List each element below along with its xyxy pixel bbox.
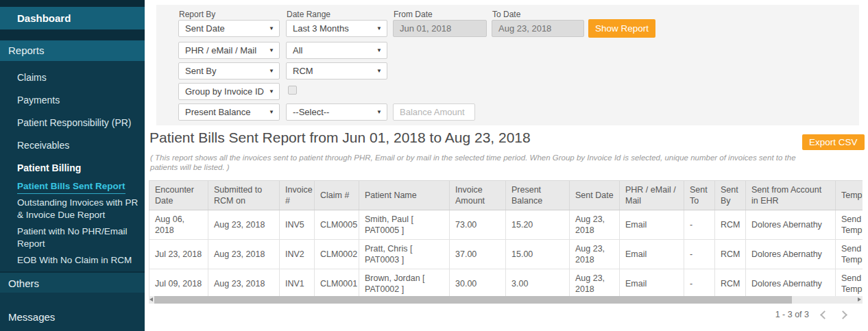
table-cell: CLM0002 xyxy=(315,240,359,269)
table-cell: 15.00 xyxy=(506,240,570,269)
horizontal-scrollbar[interactable] xyxy=(149,296,863,304)
sidebar-item-eob-with-no-claim-in-rcm[interactable]: EOB With No Claim in RCM xyxy=(17,252,144,269)
table-row: Aug 06, 2018Aug 23, 2018INV5CLM0005Smith… xyxy=(149,210,863,240)
sidebar-item-patient-responsibility-pr[interactable]: Patient Responsibility (PR) xyxy=(17,112,138,134)
date-range-select[interactable]: Last 3 Months ▼ xyxy=(286,20,387,37)
group-by-invoice-value: Group by Invoice ID xyxy=(185,86,264,97)
sidebar-item-patient-billing[interactable]: Patient Billing xyxy=(17,157,138,178)
table-cell: Aug 06, 2018 xyxy=(149,210,208,240)
sidebar-item-label: Patient with No PHR/Email Report xyxy=(17,226,128,249)
table-cell: Aug 23, 2018 xyxy=(208,210,280,240)
report-table-wrap: Encounter DateSubmitted to RCM onInvoice… xyxy=(149,180,863,299)
column-header-phr-email-mail: PHR / eMail / Mail xyxy=(620,181,684,210)
pagination-range: 1 - 3 of 3 xyxy=(775,310,809,319)
sidebar-section-reports[interactable]: Reports xyxy=(0,40,145,61)
table-cell: INV5 xyxy=(280,210,315,240)
table-cell: Aug 23, 2018 xyxy=(208,269,280,299)
sidebar-item-payments[interactable]: Payments xyxy=(17,89,138,112)
table-cell: 15.20 xyxy=(506,210,570,240)
caret-down-icon: ▼ xyxy=(376,42,382,58)
table-cell: Dolores Abernathy xyxy=(746,240,836,269)
phr-email-mail-value: PHR / eMail / Mail xyxy=(185,45,256,56)
caret-down-icon: ▼ xyxy=(269,42,274,58)
sidebar-section-messages[interactable]: Messages xyxy=(8,311,55,323)
caret-down-icon: ▼ xyxy=(376,21,382,36)
column-header-invoice-amount: Invoice Amount xyxy=(450,181,506,210)
present-balance-select[interactable]: Present Balance ▼ xyxy=(178,103,280,121)
table-cell: - xyxy=(684,240,715,269)
sidebar-item-label: Receivables xyxy=(17,140,69,151)
sidebar-top-strip xyxy=(0,0,145,7)
to-date-input: Aug 23, 2018 xyxy=(492,20,584,37)
scroll-left-arrow-icon[interactable] xyxy=(149,297,153,302)
sent-by-select[interactable]: Sent By ▼ xyxy=(178,62,280,79)
sidebar-item-dashboard[interactable]: Dashboard xyxy=(0,7,145,29)
table-cell: Dolores Abernathy xyxy=(746,269,836,299)
sidebar-item-outstanding-invoices-with-pr-invoice-due-report[interactable]: Outstanding Invoices with PR & Invoice D… xyxy=(17,195,144,223)
column-header-sent-by: Sent By xyxy=(715,181,746,210)
sidebar-item-label: Outstanding Invoices with PR & Invoice D… xyxy=(17,197,138,220)
phr-filter-select[interactable]: All ▼ xyxy=(286,42,387,59)
balance-amount-input[interactable] xyxy=(393,103,475,121)
date-range-value: Last 3 Months xyxy=(293,23,349,34)
group-by-checkbox[interactable] xyxy=(288,86,297,95)
group-by-invoice-select[interactable]: Group by Invoice ID ▼ xyxy=(178,83,280,100)
present-balance-value: Present Balance xyxy=(185,107,250,117)
table-cell: Aug 23, 2018 xyxy=(570,240,620,269)
table-cell: Email xyxy=(620,240,684,269)
table-cell: INV1 xyxy=(280,269,315,299)
from-date-label: From Date xyxy=(394,10,433,19)
column-header-encounter-date: Encounter Date xyxy=(149,181,208,210)
scroll-right-arrow-icon[interactable] xyxy=(858,297,861,302)
date-range-label: Date Range xyxy=(287,10,330,19)
app-window: Dashboard Reports ClaimsPaymentsPatient … xyxy=(0,0,868,331)
table-cell: RCM xyxy=(715,210,746,240)
sidebar-item-receivables[interactable]: Receivables xyxy=(17,134,138,157)
table-cell: Pratt, Chris [ PAT0003 ] xyxy=(359,240,450,269)
table-cell: - xyxy=(684,269,715,299)
report-by-select[interactable]: Sent Date ▼ xyxy=(178,20,280,37)
sidebar-item-label: Patient Bills Sent Report xyxy=(17,181,125,194)
table-cell: 30.00 xyxy=(450,269,506,299)
table-cell: Send Invoice Template xyxy=(836,240,863,269)
balance-operator-select[interactable]: --Select-- ▼ xyxy=(286,103,387,121)
phr-email-mail-select[interactable]: PHR / eMail / Mail ▼ xyxy=(178,42,280,59)
table-cell: CLM0001 xyxy=(315,269,359,299)
sent-by-value: Sent By xyxy=(185,66,217,76)
next-page-button[interactable] xyxy=(839,310,847,319)
sidebar-item-label: Patient Responsibility (PR) xyxy=(17,117,132,128)
sidebar-section-others[interactable]: Others xyxy=(0,271,145,293)
table-cell: Aug 23, 2018 xyxy=(570,210,620,240)
sidebar: Dashboard Reports ClaimsPaymentsPatient … xyxy=(0,0,145,331)
column-header-claim: Claim # xyxy=(315,181,359,210)
report-description: ( This report shows all the invoices sen… xyxy=(150,153,798,172)
phr-filter-value: All xyxy=(293,45,302,56)
caret-down-icon: ▼ xyxy=(376,63,382,79)
table-cell: Jul 23, 2018 xyxy=(149,240,208,269)
table-cell: Jul 09, 2018 xyxy=(149,269,208,299)
caret-down-icon: ▼ xyxy=(269,104,274,120)
table-cell: RCM xyxy=(715,240,746,269)
report-by-value: Sent Date xyxy=(185,23,225,34)
table-cell: Aug 23, 2018 xyxy=(570,269,620,299)
export-csv-button[interactable]: Export CSV xyxy=(802,134,865,150)
sidebar-item-label: Patient Billing xyxy=(17,162,81,173)
sidebar-item-label: Claims xyxy=(17,72,47,83)
table-row: Jul 23, 2018Aug 23, 2018INV2CLM0002Pratt… xyxy=(149,240,863,269)
from-date-input: Jun 01, 2018 xyxy=(393,20,487,37)
column-header-sent-from-account-in-ehr: Sent from Account in EHR xyxy=(746,181,836,210)
prev-page-button[interactable] xyxy=(820,310,829,319)
show-report-button[interactable]: Show Report xyxy=(588,19,655,38)
sidebar-item-patient-bills-sent-report[interactable]: Patient Bills Sent Report xyxy=(17,178,144,195)
table-header-row: Encounter DateSubmitted to RCM onInvoice… xyxy=(149,181,863,210)
sent-by-filter-select[interactable]: RCM ▼ xyxy=(286,62,387,79)
table-cell: Send Invoice Template xyxy=(836,210,863,240)
page-title: Patient Bills Sent Report from Jun 01, 2… xyxy=(149,130,531,146)
sent-by-filter-value: RCM xyxy=(293,66,313,76)
sidebar-item-patient-with-no-phr-email-report[interactable]: Patient with No PHR/Email Report xyxy=(17,223,144,252)
sidebar-item-claims[interactable]: Claims xyxy=(17,66,138,89)
pagination: 1 - 3 of 3 xyxy=(775,310,846,319)
scrollbar-thumb[interactable] xyxy=(154,296,792,304)
table-cell: 73.00 xyxy=(450,210,506,240)
column-header-sent-to: Sent To xyxy=(684,181,715,210)
